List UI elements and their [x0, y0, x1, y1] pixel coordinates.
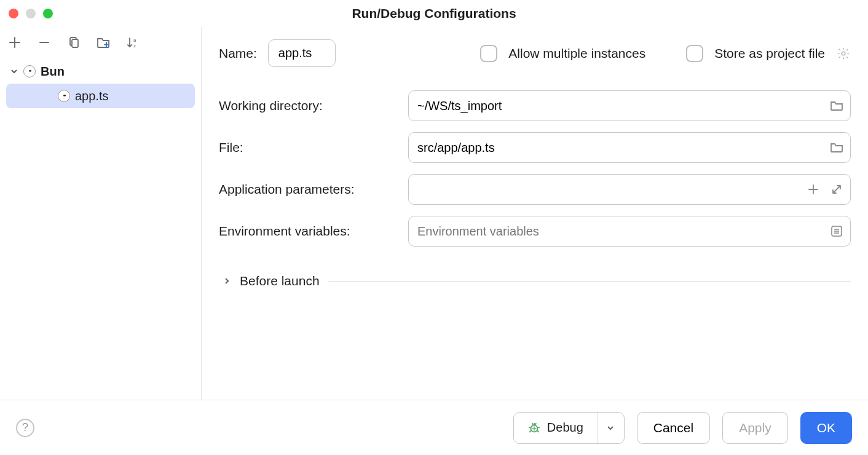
app-params-input-wrap — [408, 174, 851, 205]
working-dir-row: Working directory: — [219, 90, 851, 121]
file-label: File: — [219, 140, 397, 155]
divider — [328, 281, 851, 282]
gear-icon[interactable] — [836, 46, 851, 61]
bug-icon — [527, 421, 541, 435]
tree-item-label: app.ts — [75, 89, 108, 103]
before-launch-section[interactable]: Before launch — [219, 274, 851, 288]
tree-item-app-ts[interactable]: app.ts — [6, 84, 195, 108]
working-dir-label: Working directory: — [219, 98, 397, 113]
env-vars-row: Environment variables: — [219, 216, 851, 247]
config-form: Name: Allow multiple instances Store as … — [202, 27, 868, 400]
name-label: Name: — [219, 46, 257, 61]
debug-dropdown[interactable] — [597, 413, 624, 443]
help-icon[interactable]: ? — [16, 419, 34, 437]
app-params-row: Application parameters: — [219, 174, 851, 205]
allow-multiple-checkbox[interactable] — [480, 45, 497, 62]
bun-icon — [23, 65, 36, 77]
list-icon[interactable] — [829, 224, 844, 239]
env-vars-input[interactable] — [417, 224, 842, 239]
sidebar: az Bun app.ts — [0, 27, 202, 400]
svg-text:z: z — [133, 43, 136, 49]
dialog-footer: ? Debug Cancel Apply OK — [0, 400, 868, 455]
allow-multiple-label: Allow multiple instances — [508, 46, 645, 61]
app-params-label: Application parameters: — [219, 182, 397, 197]
working-dir-input-wrap — [408, 90, 851, 121]
cancel-button[interactable]: Cancel — [637, 412, 710, 444]
copy-configuration-icon[interactable] — [66, 35, 81, 50]
svg-rect-1 — [72, 39, 78, 47]
name-input[interactable] — [268, 39, 336, 67]
expand-icon[interactable] — [829, 182, 844, 197]
tree-group-label: Bun — [41, 65, 65, 79]
before-launch-label: Before launch — [240, 274, 320, 288]
titlebar: Run/Debug Configurations — [0, 0, 868, 27]
bun-icon — [58, 90, 70, 102]
svg-text:a: a — [133, 38, 136, 43]
env-vars-input-wrap — [408, 216, 851, 247]
file-row: File: — [219, 132, 851, 163]
svg-point-4 — [842, 52, 845, 55]
window-controls — [9, 9, 53, 18]
store-project-file-checkbox[interactable] — [686, 45, 703, 62]
configurations-tree: Bun app.ts — [0, 59, 201, 108]
sort-alphabetically-icon[interactable]: az — [125, 35, 140, 50]
remove-configuration-icon[interactable] — [37, 35, 52, 50]
store-project-file-label: Store as project file — [714, 46, 825, 61]
ok-button[interactable]: OK — [800, 412, 852, 444]
folder-icon[interactable] — [829, 140, 844, 155]
tree-group-bun[interactable]: Bun — [6, 59, 195, 84]
file-input-wrap — [408, 132, 851, 163]
plus-icon[interactable] — [806, 182, 821, 197]
debug-button[interactable]: Debug — [514, 421, 597, 435]
main: az Bun app.ts Name: Allow multiple in — [0, 27, 868, 400]
save-template-icon[interactable] — [96, 35, 111, 50]
debug-button-label: Debug — [547, 421, 583, 435]
file-input[interactable] — [417, 141, 842, 155]
fullscreen-window-icon[interactable] — [43, 9, 53, 18]
env-vars-label: Environment variables: — [219, 224, 397, 239]
app-params-input[interactable] — [417, 183, 842, 197]
folder-icon[interactable] — [829, 98, 844, 113]
minimize-window-icon[interactable] — [26, 9, 36, 18]
name-row: Name: Allow multiple instances Store as … — [219, 39, 851, 67]
working-dir-input[interactable] — [417, 99, 842, 113]
chevron-down-icon — [10, 67, 18, 76]
debug-split-button: Debug — [513, 412, 625, 444]
add-configuration-icon[interactable] — [7, 35, 22, 50]
sidebar-toolbar: az — [0, 30, 201, 59]
chevron-right-icon — [223, 277, 231, 285]
window-title: Run/Debug Configurations — [352, 6, 516, 21]
close-window-icon[interactable] — [9, 9, 18, 18]
apply-button[interactable]: Apply — [722, 412, 788, 444]
